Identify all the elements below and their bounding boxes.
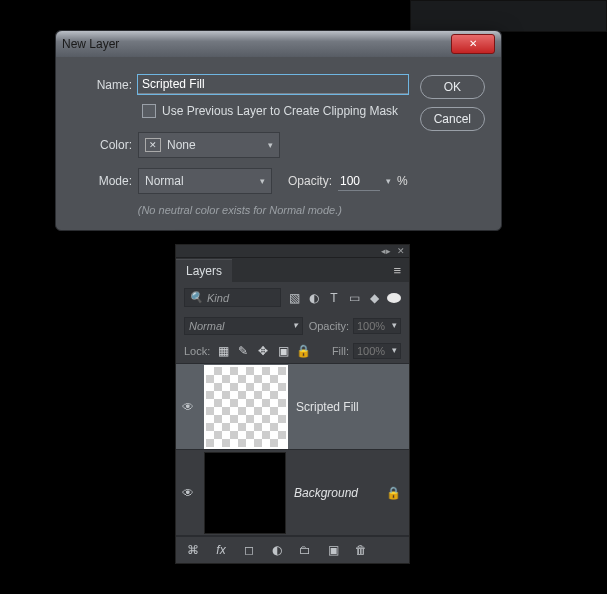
- lock-all-icon[interactable]: 🔒: [296, 344, 310, 358]
- lock-pixels-icon[interactable]: ▦: [216, 344, 230, 358]
- mask-icon[interactable]: ◻: [242, 543, 256, 557]
- chevron-down-icon[interactable]: ▾: [386, 176, 391, 186]
- lock-brush-icon[interactable]: ✎: [236, 344, 250, 358]
- chevron-down-icon: ▾: [293, 320, 298, 332]
- adjustment-layer-icon[interactable]: ◐: [270, 543, 284, 557]
- mode-value: Normal: [145, 174, 184, 188]
- checkbox-icon[interactable]: [142, 104, 156, 118]
- name-input[interactable]: [138, 75, 408, 94]
- new-layer-icon[interactable]: ▣: [326, 543, 340, 557]
- layer-list: 👁 Scripted Fill 👁 Background 🔒: [176, 363, 409, 537]
- panel-opacity-label: Opacity:: [309, 320, 349, 332]
- chevron-down-icon: ▾: [392, 320, 397, 332]
- layer-row[interactable]: 👁 Background 🔒: [176, 450, 409, 536]
- chevron-down-icon: ▾: [268, 140, 273, 150]
- close-icon: ✕: [469, 39, 477, 49]
- blend-mode-select[interactable]: Normal ▾: [184, 317, 303, 335]
- fill-input[interactable]: 100% ▾: [353, 343, 401, 359]
- color-select[interactable]: ✕ None ▾: [138, 132, 280, 158]
- color-label: Color:: [72, 138, 132, 152]
- opacity-suffix: %: [397, 174, 408, 188]
- layer-row[interactable]: 👁 Scripted Fill: [176, 364, 409, 450]
- filter-smart-icon[interactable]: ◆: [367, 291, 381, 305]
- panel-opacity-input[interactable]: 100% ▾: [353, 318, 401, 334]
- color-value: None: [167, 138, 196, 152]
- clipping-mask-label: Use Previous Layer to Create Clipping Ma…: [162, 104, 398, 118]
- blend-mode-value: Normal: [189, 320, 224, 332]
- lock-position-icon[interactable]: ✥: [256, 344, 270, 358]
- panel-menu-icon[interactable]: ≡: [385, 263, 409, 278]
- filter-shape-icon[interactable]: ▭: [347, 291, 361, 305]
- layer-thumbnail[interactable]: [204, 452, 286, 534]
- layer-name[interactable]: Background: [294, 486, 378, 500]
- panel-close-icon[interactable]: ✕: [397, 246, 405, 256]
- cancel-button[interactable]: Cancel: [420, 107, 485, 131]
- link-layers-icon[interactable]: ⌘: [186, 543, 200, 557]
- opacity-input[interactable]: 100: [338, 172, 380, 191]
- fx-icon[interactable]: fx: [214, 543, 228, 557]
- visibility-toggle-icon[interactable]: 👁: [180, 400, 196, 414]
- lock-icon: 🔒: [386, 486, 401, 500]
- clipping-mask-checkbox-row[interactable]: Use Previous Layer to Create Clipping Ma…: [142, 104, 408, 118]
- ok-button[interactable]: OK: [420, 75, 485, 99]
- name-label: Name:: [72, 78, 132, 92]
- opacity-label: Opacity:: [288, 174, 332, 188]
- group-icon[interactable]: 🗀: [298, 543, 312, 557]
- collapse-icon[interactable]: ◂▸: [381, 246, 391, 256]
- mode-label: Mode:: [72, 174, 132, 188]
- mode-select[interactable]: Normal ▾: [138, 168, 272, 194]
- filter-type-icon[interactable]: T: [327, 291, 341, 305]
- fill-label: Fill:: [332, 345, 349, 357]
- filter-image-icon[interactable]: ▧: [287, 291, 301, 305]
- lock-label: Lock:: [184, 345, 210, 357]
- kind-placeholder: Kind: [207, 292, 229, 304]
- dialog-titlebar[interactable]: New Layer ✕: [56, 31, 501, 57]
- layer-thumbnail[interactable]: [204, 365, 288, 449]
- trash-icon[interactable]: 🗑: [354, 543, 368, 557]
- filter-toggle-icon[interactable]: [387, 293, 401, 303]
- background-window-snippet: [410, 0, 607, 32]
- filter-adjust-icon[interactable]: ◐: [307, 291, 321, 305]
- layer-name[interactable]: Scripted Fill: [296, 400, 401, 414]
- search-icon: 🔍: [189, 291, 203, 304]
- tab-layers[interactable]: Layers: [176, 259, 232, 282]
- lock-artboard-icon[interactable]: ▣: [276, 344, 290, 358]
- new-layer-dialog: New Layer ✕ Name: Use Previous Layer to …: [55, 30, 502, 231]
- close-button[interactable]: ✕: [451, 34, 495, 54]
- dialog-body: Name: Use Previous Layer to Create Clipp…: [56, 57, 501, 230]
- filter-icons: ▧ ◐ T ▭ ◆: [287, 291, 401, 305]
- chevron-down-icon: ▾: [392, 345, 397, 357]
- none-swatch-icon: ✕: [145, 138, 161, 152]
- panel-top-controls: ◂▸ ✕: [176, 245, 409, 258]
- layers-panel: ◂▸ ✕ Layers ≡ 🔍 Kind ▧ ◐ T ▭ ◆ Normal ▾ …: [175, 244, 410, 564]
- dialog-title: New Layer: [62, 37, 119, 51]
- panel-bottom-toolbar: ⌘ fx ◻ ◐ 🗀 ▣ 🗑: [176, 537, 409, 563]
- chevron-down-icon: ▾: [260, 176, 265, 186]
- visibility-toggle-icon[interactable]: 👁: [180, 486, 196, 500]
- neutral-color-hint: (No neutral color exists for Normal mode…: [72, 204, 408, 216]
- layer-filter-kind[interactable]: 🔍 Kind: [184, 288, 281, 307]
